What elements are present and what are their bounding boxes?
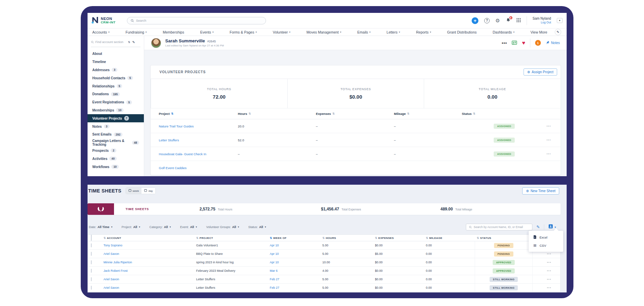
apps-grid-icon[interactable]	[516, 18, 521, 24]
sidebar-item[interactable]: Donations 195	[88, 90, 144, 98]
row-checkbox[interactable]	[91, 252, 92, 256]
filter-dropdown[interactable]: Volunteer Groups: All ▼	[206, 225, 240, 229]
export-excel-option[interactable]: x Excel	[529, 233, 563, 242]
sidebar-item[interactable]: Volunteer Projects 7	[88, 114, 144, 122]
new-time-sheet-button[interactable]: ⊕ New Time Sheet	[522, 187, 559, 195]
sidebar-item[interactable]: Workflows 10	[88, 163, 144, 171]
row-checkbox[interactable]	[91, 277, 92, 281]
project-link[interactable]: Nature Trail Tour Guides	[159, 124, 238, 128]
account-search[interactable]	[466, 224, 532, 230]
week-of-link[interactable]: Feb 27	[268, 278, 320, 281]
row-actions-button[interactable]: ···	[547, 124, 563, 128]
notes-button[interactable]: Notes	[546, 41, 560, 45]
sort-sections-icon[interactable]: ⇅	[128, 41, 130, 44]
nav-item[interactable]: Events ▾	[200, 30, 214, 34]
row-actions-button[interactable]: ···	[547, 152, 563, 156]
notifications-bell[interactable]: 8	[506, 18, 511, 24]
alert-count-badge[interactable]: 1	[535, 40, 541, 46]
sidebar-item[interactable]: Notes 3	[88, 122, 144, 130]
help-icon[interactable]: ?	[484, 18, 490, 23]
user-menu-caret[interactable]: ▼	[557, 18, 563, 23]
sidebar-search-input[interactable]	[95, 40, 127, 44]
toggle-week-button[interactable]: week	[126, 188, 142, 194]
column-header[interactable]: Hours ⇅	[238, 112, 316, 116]
account-link[interactable]: Ariel Saxon	[101, 278, 194, 281]
sidebar-item[interactable]: Sent Emails 292	[88, 130, 144, 139]
week-of-link[interactable]: Apr 10	[268, 244, 320, 247]
sidebar-item[interactable]: Prospects 2	[88, 147, 144, 155]
sidebar-item[interactable]: Event Registrations 5	[88, 98, 144, 106]
column-header[interactable]: ⇅ MILEAGE	[424, 237, 475, 240]
row-actions-button[interactable]: ···	[532, 267, 560, 275]
row-checkbox[interactable]	[91, 269, 92, 273]
sidebar-item[interactable]: Activities 40	[88, 155, 144, 163]
export-csv-option[interactable]: ⊞ CSV	[529, 242, 563, 249]
select-all-checkbox[interactable]	[91, 234, 92, 241]
favorite-heart-icon[interactable]: ♥	[522, 40, 525, 46]
filter-dropdown[interactable]: Event: All ▼	[180, 225, 197, 229]
account-search-input[interactable]	[474, 225, 529, 229]
row-actions-button[interactable]: ···	[532, 284, 560, 292]
column-header[interactable]: ⇅ ACCOUNT	[101, 237, 194, 240]
column-header[interactable]: ⇅ WEEK OF	[268, 237, 320, 240]
column-header[interactable]: ⇅ EXPENSES	[373, 237, 424, 240]
account-link[interactable]: Tony Soprano	[101, 244, 194, 247]
edit-columns-icon[interactable]: ✎	[536, 225, 540, 229]
sidebar-item[interactable]: Campaign Letters & Tracking 48	[88, 139, 144, 147]
week-of-link[interactable]: Feb 27	[268, 286, 320, 289]
row-checkbox[interactable]	[91, 286, 92, 290]
nav-item[interactable]: Accounts ▾	[92, 30, 110, 34]
project-link[interactable]: Golf Event Caddies	[159, 166, 238, 170]
toggle-day-button[interactable]: day	[141, 188, 155, 194]
sidebar-item[interactable]: Timeline	[88, 58, 144, 66]
global-search-input[interactable]	[136, 19, 262, 22]
column-header[interactable]: Expenses ⇅	[316, 112, 394, 116]
more-actions-button[interactable]: •••	[502, 41, 507, 45]
assign-project-button[interactable]: ⊕ Assign Project	[524, 68, 557, 76]
row-actions-button[interactable]: ···	[532, 275, 560, 283]
account-link[interactable]: Ariel Saxon	[101, 252, 194, 256]
filter-dropdown[interactable]: Project: All ▼	[121, 225, 140, 229]
nav-item[interactable]: Letters ▾	[386, 30, 400, 34]
logout-link[interactable]: Log Out	[541, 21, 551, 24]
nav-item[interactable]: Forms & Pages ▾	[230, 30, 257, 34]
nav-item[interactable]: Fundraising ▾	[126, 30, 147, 34]
neon-crm-logo[interactable]: NEON CRM-INT	[91, 16, 122, 25]
row-checkbox[interactable]	[91, 243, 92, 247]
filter-dropdown[interactable]: Category: All ▼	[149, 225, 171, 229]
column-header[interactable]: Project ⇅	[159, 112, 238, 116]
row-checkbox[interactable]	[91, 260, 92, 264]
sidebar-item[interactable]: About	[88, 50, 144, 58]
week-of-link[interactable]: Apr 10	[268, 252, 320, 256]
sidebar-item[interactable]: Household Contacts 5	[88, 74, 144, 82]
nav-item[interactable]: Moves Management ▾	[306, 30, 341, 34]
project-link[interactable]: Letter Stuffers	[159, 138, 238, 142]
filter-dropdown[interactable]: Status: All ▼	[248, 225, 266, 229]
column-header[interactable]: Status ⇅	[462, 112, 547, 116]
nav-item[interactable]: Emails ▾	[357, 30, 371, 34]
nav-item[interactable]: Memberships	[163, 30, 184, 34]
account-link[interactable]: Ariel Saxon	[101, 286, 194, 289]
account-link[interactable]: Jack Robert Frost	[101, 269, 194, 272]
sidebar-item[interactable]: Relationships 5	[88, 82, 144, 90]
nav-item[interactable]: View More	[530, 30, 547, 34]
filter-dropdown[interactable]: Date: All Time ▼	[89, 225, 113, 229]
contact-card-icon[interactable]	[512, 40, 517, 46]
row-actions-button[interactable]: ···	[532, 258, 560, 266]
column-header[interactable]: ⇅ STATUS	[475, 237, 532, 240]
nav-item[interactable]: Dashboards ▾	[493, 30, 514, 34]
week-of-link[interactable]: Apr 10	[268, 261, 320, 264]
create-new-button[interactable]: +	[472, 17, 478, 24]
settings-gear-icon[interactable]: ⚙	[495, 18, 500, 23]
sidebar-search[interactable]: ⇅ ✎	[91, 39, 140, 47]
column-header[interactable]: ⇅ HOURS	[320, 237, 373, 240]
account-link[interactable]: Minnie Julia Riperton	[101, 261, 194, 264]
sidebar-item[interactable]: Addresses 3	[88, 66, 144, 74]
global-search[interactable]	[127, 17, 266, 24]
nav-item[interactable]: Volunteer ▾	[273, 30, 290, 34]
nav-item[interactable]: Grant Distributions	[447, 30, 477, 34]
column-header[interactable]: Mileage ⇅	[394, 112, 462, 116]
column-header[interactable]: ⇅ PROJECT	[194, 237, 268, 240]
nav-item[interactable]: Reports ▾	[416, 30, 431, 34]
project-link[interactable]: Houseboat Gala- Guest Check In	[159, 152, 238, 156]
